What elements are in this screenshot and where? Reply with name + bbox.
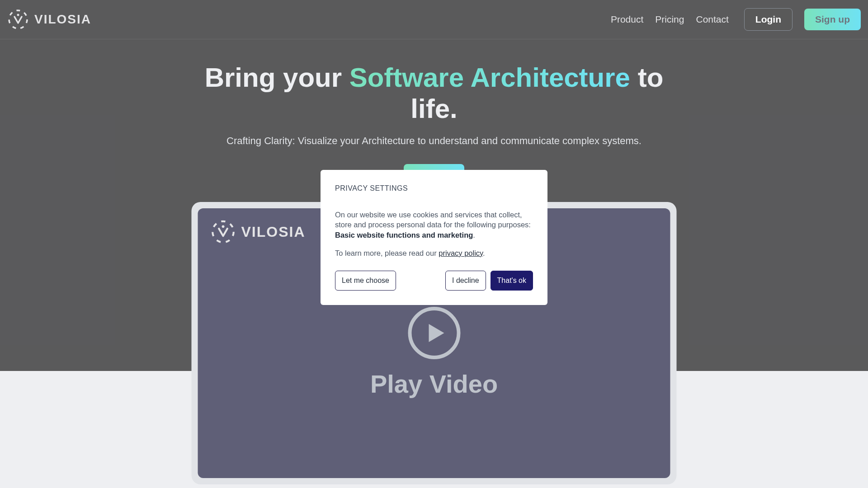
modal-text-span: .: [473, 231, 475, 239]
modal-paragraph-1: On our website we use cookies and servic…: [335, 210, 533, 240]
privacy-settings-modal: PRIVACY SETTINGS On our website we use c…: [321, 170, 547, 305]
privacy-policy-link[interactable]: privacy policy: [439, 249, 483, 257]
decline-button[interactable]: I decline: [445, 271, 486, 291]
modal-button-row: Let me choose I decline That's ok: [335, 271, 533, 291]
modal-title: PRIVACY SETTINGS: [335, 184, 533, 192]
modal-text-span: To learn more, please read our: [335, 249, 439, 257]
modal-purposes-strong: Basic website functions and marketing: [335, 231, 473, 239]
modal-buttons-right: I decline That's ok: [445, 271, 533, 291]
modal-text-span: .: [483, 249, 485, 257]
modal-text-span: On our website we use cookies and servic…: [335, 211, 531, 229]
modal-paragraph-2: To learn more, please read our privacy p…: [335, 248, 533, 258]
modal-overlay: PRIVACY SETTINGS On our website we use c…: [0, 0, 868, 488]
let-me-choose-button[interactable]: Let me choose: [335, 271, 396, 291]
ok-button[interactable]: That's ok: [491, 271, 533, 291]
